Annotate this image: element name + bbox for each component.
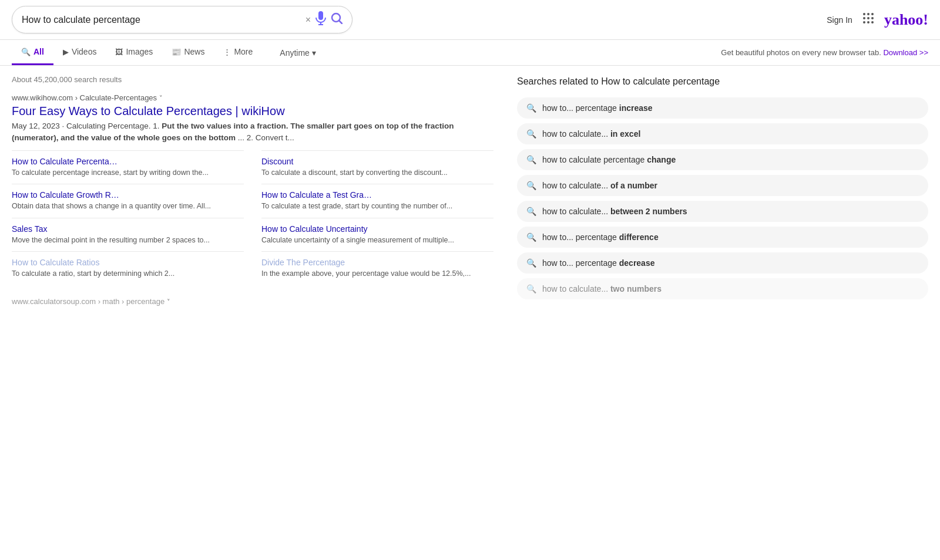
related-item[interactable]: 🔍 how to calculate... of a number <box>517 175 928 196</box>
tab-news-label: News <box>184 47 204 56</box>
yahoo-logo: yahoo! <box>884 11 928 29</box>
result-url-calculatorsoup: www.calculatorsoup.com › math › percenta… <box>12 297 494 306</box>
search-icon: 🔍 <box>526 103 536 113</box>
result-count: About 45,200,000 search results <box>12 75 494 84</box>
sub-link-item: How to Calculate a Test Gra… To calculat… <box>261 184 494 218</box>
search-icon: 🔍 <box>526 129 536 139</box>
sub-link-snippet: To calculate a discount, start by conver… <box>261 168 494 178</box>
related-text: how to calculate... in excel <box>542 129 640 139</box>
sub-link-snippet: To calculate a test grade, start by coun… <box>261 201 494 212</box>
sub-link-title[interactable]: How to Calculate Growth R… <box>12 190 244 200</box>
sub-link-item: How to Calculate Percenta… To calculate … <box>12 150 244 184</box>
related-text: how to calculate... two numbers <box>542 284 662 294</box>
sidebar-column: Searches related to How to calculate per… <box>494 75 928 318</box>
sub-link-item: Divide The Percentage In the example abo… <box>261 251 494 285</box>
clear-icon[interactable]: × <box>306 15 311 25</box>
tab-all-label: All <box>33 47 44 56</box>
sub-link-item: Sales Tax Move the decimal point in the … <box>12 218 244 252</box>
svg-point-7 <box>871 13 874 15</box>
tab-images-label: Images <box>126 47 153 56</box>
related-item[interactable]: 🔍 how to calculate... two numbers <box>517 278 928 299</box>
related-item[interactable]: 🔍 how to calculate... in excel <box>517 123 928 144</box>
anytime-filter[interactable]: Anytime ▾ <box>280 48 316 58</box>
url-chevron-icon: ˅ <box>159 95 163 102</box>
nav-tabs: 🔍 All ▶ Videos 🖼 Images 📰 News ⋮ More An… <box>0 40 940 66</box>
related-item[interactable]: 🔍 how to... percentage increase <box>517 97 928 119</box>
related-text: how to calculate percentage change <box>542 155 676 164</box>
promo-link[interactable]: Download >> <box>883 48 928 57</box>
related-text: how to... percentage difference <box>542 232 659 242</box>
svg-point-9 <box>867 17 870 19</box>
tab-all[interactable]: 🔍 All <box>12 40 53 65</box>
search-icon: 🔍 <box>21 48 31 56</box>
search-icon: 🔍 <box>526 181 536 190</box>
related-text: how to calculate... of a number <box>542 181 657 190</box>
svg-point-6 <box>867 13 870 15</box>
sub-link-item: How to Calculate Ratios To calculate a r… <box>12 251 244 285</box>
result-title-wikihow[interactable]: Four Easy Ways to Calculate Percentages … <box>12 104 494 118</box>
svg-point-11 <box>863 21 865 23</box>
related-item[interactable]: 🔍 how to... percentage decrease <box>517 252 928 274</box>
news-icon: 📰 <box>172 48 181 56</box>
related-item[interactable]: 🔍 how to calculate... between 2 numbers <box>517 201 928 222</box>
header-promo: Get beautiful photos on every new browse… <box>721 48 928 57</box>
tab-videos-label: Videos <box>72 47 97 56</box>
svg-point-10 <box>871 17 874 19</box>
related-text: how to... percentage decrease <box>542 258 654 268</box>
sub-link-item: Discount To calculate a discount, start … <box>261 150 494 184</box>
related-item[interactable]: 🔍 how to... percentage difference <box>517 227 928 248</box>
apps-icon[interactable] <box>862 12 875 28</box>
search-button[interactable] <box>331 12 343 27</box>
sub-link-title[interactable]: How to Calculate a Test Gra… <box>261 190 494 200</box>
sub-link-snippet: To calculate percentage increase, start … <box>12 168 244 178</box>
chevron-down-icon: ▾ <box>312 48 316 58</box>
sub-link-snippet: In the example above, your percentage va… <box>261 269 494 279</box>
sub-link-snippet: Obtain data that shows a change in a qua… <box>12 201 244 212</box>
image-icon: 🖼 <box>115 48 123 56</box>
sub-link-snippet: Calculate uncertainty of a single measur… <box>261 235 494 246</box>
svg-point-5 <box>863 13 865 15</box>
tab-images[interactable]: 🖼 Images <box>106 40 162 65</box>
anytime-label: Anytime <box>280 48 310 58</box>
sub-link-title-discount[interactable]: Discount <box>261 157 494 166</box>
sign-in-button[interactable]: Sign In <box>827 15 852 25</box>
sub-link-title[interactable]: How to Calculate Ratios <box>12 258 244 267</box>
url-chevron-icon: ˅ <box>167 298 170 305</box>
search-icon: 🔍 <box>526 207 536 216</box>
related-item[interactable]: 🔍 how to calculate percentage change <box>517 149 928 170</box>
tab-more[interactable]: ⋮ More <box>214 40 262 65</box>
header: × Sign In <box>0 0 940 40</box>
more-icon: ⋮ <box>223 48 231 56</box>
sub-link-title[interactable]: Divide The Percentage <box>261 258 494 267</box>
svg-point-8 <box>863 17 865 19</box>
svg-point-12 <box>867 21 870 23</box>
sub-link-item: How to Calculate Growth R… Obtain data t… <box>12 184 244 218</box>
result-item-wikihow: www.wikihow.com › Calculate-Percentages … <box>12 93 494 285</box>
svg-rect-0 <box>318 11 323 20</box>
search-input[interactable] <box>22 15 301 25</box>
header-right: Sign In yahoo! <box>827 11 928 29</box>
sub-link-title[interactable]: Sales Tax <box>12 224 244 234</box>
mic-icon[interactable] <box>315 11 326 28</box>
sub-link-title[interactable]: How to Calculate Percenta… <box>12 157 244 166</box>
sub-link-item: How to Calculate Uncertainty Calculate u… <box>261 218 494 252</box>
result-snippet-wikihow: May 12, 2023 · Calculating Percentage. 1… <box>12 120 494 144</box>
main-content: About 45,200,000 search results www.wiki… <box>0 66 940 327</box>
tab-videos[interactable]: ▶ Videos <box>53 40 106 65</box>
result-url-wikihow: www.wikihow.com › Calculate-Percentages … <box>12 93 494 102</box>
tab-more-label: More <box>234 47 253 56</box>
results-column: About 45,200,000 search results www.wiki… <box>12 75 494 318</box>
search-bar: × <box>12 6 352 33</box>
svg-line-4 <box>339 21 342 23</box>
related-searches-list: 🔍 how to... percentage increase 🔍 how to… <box>517 97 928 299</box>
tab-news[interactable]: 📰 News <box>162 40 214 65</box>
search-icon: 🔍 <box>526 155 536 164</box>
related-text: how to... percentage increase <box>542 103 653 113</box>
sub-link-title-uncertainty[interactable]: How to Calculate Uncertainty <box>261 224 494 234</box>
sub-links-grid: How to Calculate Percenta… To calculate … <box>12 150 494 285</box>
sub-link-snippet: To calculate a ratio, start by determini… <box>12 269 244 279</box>
sub-link-snippet: Move the decimal point in the resulting … <box>12 235 244 246</box>
play-icon: ▶ <box>63 48 69 56</box>
sidebar-title: Searches related to How to calculate per… <box>517 75 928 88</box>
related-text: how to calculate... between 2 numbers <box>542 207 687 216</box>
